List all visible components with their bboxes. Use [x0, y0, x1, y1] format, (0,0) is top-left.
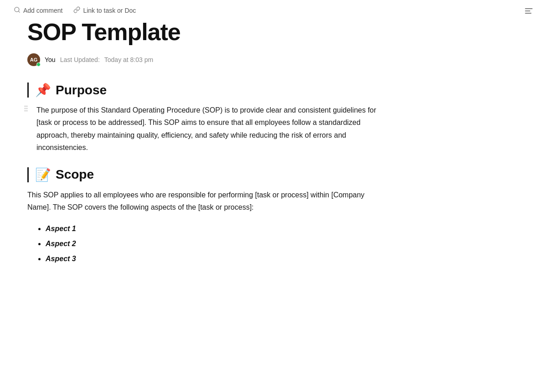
aspects-list: Aspect 1 Aspect 2 Aspect 3: [27, 222, 383, 265]
link-task-button[interactable]: Link to task or Doc: [73, 6, 136, 15]
drag-handle[interactable]: [24, 105, 28, 112]
svg-point-5: [25, 106, 26, 107]
aspect-2-label: Aspect 2: [46, 240, 76, 248]
purpose-text[interactable]: The purpose of this Standard Operating P…: [36, 104, 383, 154]
outline-icon[interactable]: [524, 6, 533, 18]
aspect-1-label: Aspect 1: [46, 225, 76, 232]
purpose-emoji: 📌: [35, 83, 51, 98]
aspect-3-label: Aspect 3: [46, 255, 76, 263]
author-name: You: [45, 56, 56, 63]
list-item[interactable]: Aspect 1: [46, 222, 383, 236]
svg-point-6: [26, 106, 28, 107]
comment-icon: [14, 6, 21, 15]
list-item[interactable]: Aspect 3: [46, 253, 383, 266]
avatar: AG: [27, 53, 40, 66]
scope-heading-text: Scope: [56, 167, 94, 182]
purpose-section: 📌 Purpose The purpose of this Standard O…: [27, 83, 383, 154]
scope-heading: 📝 Scope: [27, 167, 383, 182]
add-comment-button[interactable]: Add comment: [14, 6, 62, 15]
scope-intro-text[interactable]: This SOP applies to all employees who ar…: [27, 189, 383, 213]
purpose-heading: 📌 Purpose: [27, 83, 383, 98]
document-title[interactable]: SOP Template: [27, 19, 383, 45]
online-dot: [36, 62, 41, 67]
toolbar: Add comment Link to task or Doc: [0, 0, 547, 19]
purpose-paragraph-block: The purpose of this Standard Operating P…: [27, 104, 383, 154]
svg-point-9: [25, 110, 26, 112]
scope-emoji: 📝: [35, 167, 51, 182]
add-comment-label: Add comment: [23, 7, 62, 14]
list-item[interactable]: Aspect 2: [46, 237, 383, 251]
last-updated-label: Last Updated:: [60, 56, 100, 63]
meta-row: AG You Last Updated: Today at 8:03 pm: [27, 53, 383, 66]
purpose-heading-text: Purpose: [56, 83, 107, 98]
svg-point-8: [26, 108, 28, 109]
svg-point-7: [25, 108, 26, 109]
scope-section: 📝 Scope This SOP applies to all employee…: [27, 167, 383, 266]
svg-point-10: [26, 110, 28, 112]
last-updated-value: Today at 8:03 pm: [104, 56, 153, 63]
svg-line-1: [18, 11, 20, 12]
avatar-initials: AG: [30, 57, 38, 62]
link-icon: [73, 6, 80, 15]
link-task-label: Link to task or Doc: [83, 7, 136, 14]
document-content: SOP Template AG You Last Updated: Today …: [0, 19, 410, 266]
